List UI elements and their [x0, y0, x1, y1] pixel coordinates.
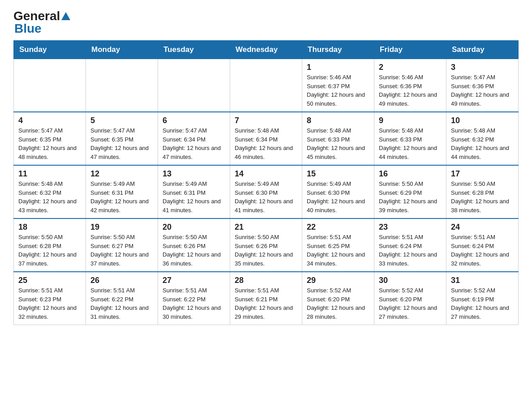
calendar-cell: 11Sunrise: 5:48 AMSunset: 6:32 PMDayligh… — [14, 165, 86, 218]
calendar-cell: 8Sunrise: 5:48 AMSunset: 6:33 PMDaylight… — [302, 112, 374, 165]
calendar-cell: 24Sunrise: 5:51 AMSunset: 6:24 PMDayligh… — [446, 218, 519, 272]
day-info: Sunrise: 5:51 AMSunset: 6:22 PMDaylight:… — [163, 286, 225, 321]
calendar-cell: 6Sunrise: 5:47 AMSunset: 6:34 PMDaylight… — [158, 112, 230, 165]
day-number: 28 — [235, 276, 297, 285]
calendar-cell: 10Sunrise: 5:48 AMSunset: 6:32 PMDayligh… — [446, 112, 519, 165]
day-number: 7 — [235, 116, 297, 125]
day-number: 31 — [451, 276, 514, 285]
calendar-cell: 18Sunrise: 5:50 AMSunset: 6:28 PMDayligh… — [14, 218, 86, 272]
day-number: 16 — [379, 169, 442, 179]
calendar-cell: 12Sunrise: 5:49 AMSunset: 6:31 PMDayligh… — [86, 165, 158, 218]
day-info: Sunrise: 5:48 AMSunset: 6:32 PMDaylight:… — [18, 180, 81, 214]
calendar-cell: 7Sunrise: 5:48 AMSunset: 6:34 PMDaylight… — [230, 112, 302, 165]
calendar-cell: 25Sunrise: 5:51 AMSunset: 6:23 PMDayligh… — [14, 272, 86, 325]
calendar-cell: 15Sunrise: 5:49 AMSunset: 6:30 PMDayligh… — [302, 165, 374, 218]
calendar-cell: 4Sunrise: 5:47 AMSunset: 6:35 PMDaylight… — [14, 112, 86, 165]
day-info: Sunrise: 5:48 AMSunset: 6:33 PMDaylight:… — [307, 126, 369, 161]
day-info: Sunrise: 5:47 AMSunset: 6:35 PMDaylight:… — [18, 126, 81, 161]
day-number: 17 — [451, 169, 514, 179]
day-info: Sunrise: 5:51 AMSunset: 6:21 PMDaylight:… — [235, 286, 297, 321]
calendar-week-row: 4Sunrise: 5:47 AMSunset: 6:35 PMDaylight… — [14, 112, 519, 165]
calendar-cell: 28Sunrise: 5:51 AMSunset: 6:21 PMDayligh… — [230, 272, 302, 325]
day-number: 11 — [18, 169, 81, 179]
calendar-cell: 23Sunrise: 5:51 AMSunset: 6:24 PMDayligh… — [374, 218, 446, 272]
day-info: Sunrise: 5:51 AMSunset: 6:24 PMDaylight:… — [451, 233, 514, 268]
day-number: 9 — [379, 116, 442, 125]
calendar-cell: 16Sunrise: 5:50 AMSunset: 6:29 PMDayligh… — [374, 165, 446, 218]
calendar-cell: 21Sunrise: 5:50 AMSunset: 6:26 PMDayligh… — [230, 218, 302, 272]
calendar-header-tuesday: Tuesday — [158, 41, 230, 59]
calendar-cell: 3Sunrise: 5:47 AMSunset: 6:36 PMDaylight… — [446, 59, 519, 112]
calendar-week-row: 18Sunrise: 5:50 AMSunset: 6:28 PMDayligh… — [14, 218, 519, 272]
day-info: Sunrise: 5:46 AMSunset: 6:37 PMDaylight:… — [307, 73, 369, 108]
calendar-cell: 2Sunrise: 5:46 AMSunset: 6:36 PMDaylight… — [374, 59, 446, 112]
day-number: 8 — [307, 116, 369, 125]
calendar-cell: 30Sunrise: 5:52 AMSunset: 6:20 PMDayligh… — [374, 272, 446, 325]
calendar-cell: 27Sunrise: 5:51 AMSunset: 6:22 PMDayligh… — [158, 272, 230, 325]
day-info: Sunrise: 5:49 AMSunset: 6:31 PMDaylight:… — [90, 180, 153, 214]
logo: General Blue — [13, 9, 72, 36]
calendar-cell: 5Sunrise: 5:47 AMSunset: 6:35 PMDaylight… — [86, 112, 158, 165]
calendar-cell: 9Sunrise: 5:48 AMSunset: 6:33 PMDaylight… — [374, 112, 446, 165]
day-info: Sunrise: 5:51 AMSunset: 6:22 PMDaylight:… — [90, 286, 153, 321]
calendar-week-row: 25Sunrise: 5:51 AMSunset: 6:23 PMDayligh… — [14, 272, 519, 325]
calendar-cell: 14Sunrise: 5:49 AMSunset: 6:30 PMDayligh… — [230, 165, 302, 218]
day-info: Sunrise: 5:51 AMSunset: 6:25 PMDaylight:… — [307, 233, 369, 268]
day-number: 14 — [235, 169, 297, 179]
day-number: 4 — [18, 116, 81, 125]
calendar-cell — [86, 59, 158, 112]
day-number: 29 — [307, 276, 369, 285]
day-info: Sunrise: 5:47 AMSunset: 6:34 PMDaylight:… — [163, 126, 225, 161]
day-number: 18 — [18, 223, 81, 232]
day-number: 26 — [90, 276, 153, 285]
day-info: Sunrise: 5:48 AMSunset: 6:32 PMDaylight:… — [451, 126, 514, 161]
day-info: Sunrise: 5:52 AMSunset: 6:20 PMDaylight:… — [307, 286, 369, 321]
day-info: Sunrise: 5:46 AMSunset: 6:36 PMDaylight:… — [379, 73, 442, 108]
calendar-header-wednesday: Wednesday — [230, 41, 302, 59]
calendar-header-monday: Monday — [86, 41, 158, 59]
day-number: 13 — [163, 169, 225, 179]
day-info: Sunrise: 5:50 AMSunset: 6:26 PMDaylight:… — [235, 233, 297, 268]
calendar-cell: 31Sunrise: 5:52 AMSunset: 6:19 PMDayligh… — [446, 272, 519, 325]
calendar-header-saturday: Saturday — [446, 41, 519, 59]
calendar-cell — [230, 59, 302, 112]
day-number: 27 — [163, 276, 225, 285]
day-info: Sunrise: 5:49 AMSunset: 6:30 PMDaylight:… — [307, 180, 369, 214]
day-info: Sunrise: 5:49 AMSunset: 6:30 PMDaylight:… — [235, 180, 297, 214]
calendar-header-thursday: Thursday — [302, 41, 374, 59]
day-number: 30 — [379, 276, 442, 285]
calendar-table: SundayMondayTuesdayWednesdayThursdayFrid… — [13, 40, 519, 325]
day-info: Sunrise: 5:50 AMSunset: 6:27 PMDaylight:… — [90, 233, 153, 268]
day-info: Sunrise: 5:50 AMSunset: 6:28 PMDaylight:… — [18, 233, 81, 268]
calendar-week-row: 11Sunrise: 5:48 AMSunset: 6:32 PMDayligh… — [14, 165, 519, 218]
calendar-cell — [158, 59, 230, 112]
day-info: Sunrise: 5:50 AMSunset: 6:28 PMDaylight:… — [451, 180, 514, 214]
day-info: Sunrise: 5:51 AMSunset: 6:23 PMDaylight:… — [18, 286, 81, 321]
day-info: Sunrise: 5:50 AMSunset: 6:26 PMDaylight:… — [163, 233, 225, 268]
logo-blue-text: Blue — [14, 21, 42, 36]
day-info: Sunrise: 5:47 AMSunset: 6:35 PMDaylight:… — [90, 126, 153, 161]
day-number: 10 — [451, 116, 514, 125]
day-info: Sunrise: 5:52 AMSunset: 6:20 PMDaylight:… — [379, 286, 442, 321]
calendar-cell: 26Sunrise: 5:51 AMSunset: 6:22 PMDayligh… — [86, 272, 158, 325]
day-number: 22 — [307, 223, 369, 232]
day-info: Sunrise: 5:48 AMSunset: 6:33 PMDaylight:… — [379, 126, 442, 161]
day-number: 25 — [18, 276, 81, 285]
day-number: 6 — [163, 116, 225, 125]
day-info: Sunrise: 5:50 AMSunset: 6:29 PMDaylight:… — [379, 180, 442, 214]
calendar-cell: 22Sunrise: 5:51 AMSunset: 6:25 PMDayligh… — [302, 218, 374, 272]
logo-triangle-icon — [61, 12, 70, 20]
calendar-cell: 17Sunrise: 5:50 AMSunset: 6:28 PMDayligh… — [446, 165, 519, 218]
day-info: Sunrise: 5:48 AMSunset: 6:34 PMDaylight:… — [235, 126, 297, 161]
day-number: 21 — [235, 223, 297, 232]
day-number: 5 — [90, 116, 153, 125]
day-number: 3 — [451, 63, 514, 72]
calendar-cell: 1Sunrise: 5:46 AMSunset: 6:37 PMDaylight… — [302, 59, 374, 112]
day-number: 12 — [90, 169, 153, 179]
calendar-cell: 19Sunrise: 5:50 AMSunset: 6:27 PMDayligh… — [86, 218, 158, 272]
day-info: Sunrise: 5:52 AMSunset: 6:19 PMDaylight:… — [451, 286, 514, 321]
calendar-header-friday: Friday — [374, 41, 446, 59]
calendar-header-sunday: Sunday — [14, 41, 86, 59]
day-number: 19 — [90, 223, 153, 232]
day-number: 24 — [451, 223, 514, 232]
